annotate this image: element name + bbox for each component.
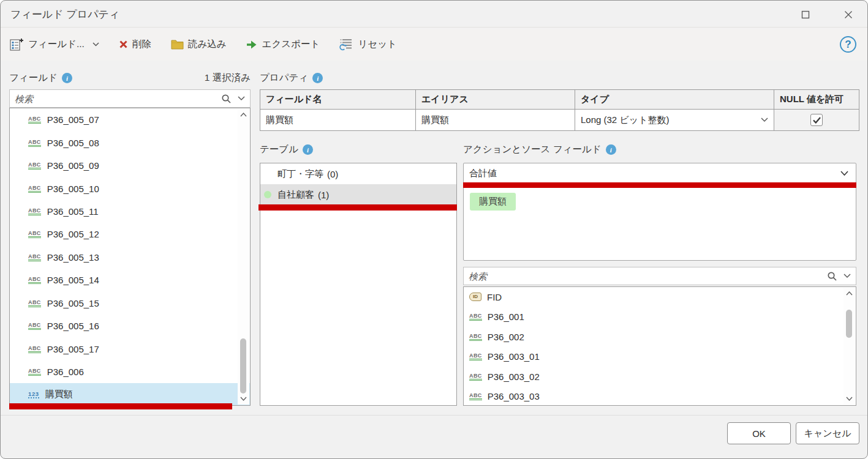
- field-list-item[interactable]: ABCP36_005_17: [10, 337, 250, 360]
- table-list-item[interactable]: 町丁・字等 (0): [260, 163, 456, 184]
- source-field-item[interactable]: ABCP36_003_02: [464, 367, 856, 387]
- scroll-down-icon[interactable]: [240, 397, 247, 401]
- maximize-button[interactable]: [792, 5, 819, 24]
- properties-panel-header: プロパティ i: [260, 72, 323, 84]
- scroll-up-icon[interactable]: [846, 291, 853, 296]
- chevron-down-icon: [840, 171, 848, 176]
- source-search-input[interactable]: [469, 271, 821, 282]
- selection-count: 1 選択済み: [205, 72, 251, 84]
- actions-info-icon[interactable]: i: [606, 144, 616, 155]
- text-field-icon: ABC: [28, 230, 41, 238]
- reset-button[interactable]: リセット: [339, 38, 396, 51]
- field-list-item[interactable]: ABCP36_005_07: [10, 108, 250, 131]
- fields-info-icon[interactable]: i: [62, 73, 72, 83]
- text-field-icon: ABC: [28, 299, 41, 307]
- source-fields-list: IDFID ABCP36_001 ABCP36_002 ABCP36_003_0…: [463, 286, 856, 406]
- field-name: P36_006: [47, 367, 84, 377]
- fields-search-box: [9, 89, 251, 108]
- action-selected-value: 合計値: [469, 168, 497, 179]
- source-field-item[interactable]: ABCP36_003_03: [464, 387, 856, 406]
- column-header-allow-null: NULL 値を許可: [774, 90, 859, 110]
- field-list-item[interactable]: ABCP36_005_12: [10, 223, 250, 245]
- export-label: エクスポート: [262, 38, 320, 51]
- column-header-type: タイプ: [575, 90, 774, 110]
- search-options-chevron-icon[interactable]: [843, 274, 851, 278]
- scroll-up-icon[interactable]: [240, 113, 247, 117]
- titlebar: フィールド プロパティ: [1, 1, 867, 28]
- source-field-item[interactable]: ABCP36_001: [464, 307, 856, 327]
- delete-field-button[interactable]: 削除: [119, 38, 151, 51]
- table-name: 町丁・字等: [277, 168, 323, 180]
- field-name: P36_005_11: [47, 206, 99, 217]
- add-field-label: フィールド...: [28, 38, 85, 51]
- column-header-alias: エイリアス: [416, 90, 575, 110]
- scrollbar-thumb[interactable]: [240, 338, 246, 394]
- footer-divider: [1, 415, 867, 416]
- import-button[interactable]: 読み込み: [171, 38, 227, 51]
- chevron-down-icon: [761, 118, 768, 122]
- column-header-field-name: フィールド名: [260, 90, 416, 110]
- delete-label: 削除: [132, 38, 151, 51]
- search-icon: [827, 271, 837, 282]
- ok-button[interactable]: OK: [727, 422, 791, 444]
- field-name: P36_001: [488, 312, 524, 322]
- toolbar: フィールド... 削除 読み込み エクスポート: [1, 28, 867, 61]
- text-field-icon: ABC: [469, 392, 482, 400]
- source-field-item[interactable]: ABCP36_002: [464, 327, 856, 347]
- number-field-icon: 123: [28, 390, 39, 398]
- field-list-item[interactable]: ABCP36_005_10: [10, 177, 250, 200]
- source-field-item[interactable]: ABCP36_003_01: [464, 347, 856, 367]
- field-list-item[interactable]: ABCP36_005_09: [10, 154, 250, 177]
- table-list-item-selected[interactable]: 自社顧客 (1): [260, 184, 456, 205]
- close-button[interactable]: [835, 5, 862, 24]
- field-list-item[interactable]: ABCP36_005_13: [10, 246, 250, 269]
- alias-cell[interactable]: 購買額: [416, 110, 575, 130]
- field-name: P36_005_08: [47, 138, 99, 148]
- actions-box: 合計値 購買額: [463, 163, 856, 261]
- actions-panel-title: アクションとソース フィールド: [463, 143, 602, 156]
- allow-null-checkbox[interactable]: [810, 114, 823, 126]
- fields-list-scrollbar[interactable]: [238, 109, 249, 405]
- field-list-item[interactable]: ABCP36_005_16: [10, 315, 250, 337]
- type-dropdown[interactable]: Long (32 ビット整数): [575, 110, 774, 130]
- tables-panel-title: テーブル: [260, 143, 298, 156]
- text-field-icon: ABC: [28, 116, 41, 124]
- tables-panel-header: テーブル i: [260, 143, 313, 156]
- field-list-item[interactable]: ABCP36_006: [10, 360, 250, 383]
- cancel-button[interactable]: キャンセル: [796, 422, 859, 444]
- scroll-down-icon[interactable]: [846, 397, 853, 401]
- actions-panel-header: アクションとソース フィールド i: [463, 143, 616, 156]
- close-icon: [844, 10, 853, 19]
- add-field-button[interactable]: フィールド...: [10, 38, 99, 51]
- text-field-icon: ABC: [28, 345, 41, 353]
- delete-x-icon: [119, 40, 128, 49]
- annotation-underline-selected-table: [259, 204, 457, 211]
- source-field-chip[interactable]: 購買額: [470, 193, 516, 211]
- help-button[interactable]: ?: [840, 36, 856, 53]
- action-dropdown[interactable]: 合計値: [464, 163, 856, 183]
- field-list-item[interactable]: ABCP36_005_08: [10, 131, 250, 154]
- scrollbar-thumb[interactable]: [846, 310, 852, 338]
- field-list-item-selected[interactable]: 123購買額: [10, 383, 250, 406]
- field-list-item[interactable]: ABCP36_005_14: [10, 269, 250, 291]
- text-field-icon: ABC: [469, 313, 482, 321]
- field-name: FID: [487, 292, 502, 302]
- field-name-cell[interactable]: 購買額: [260, 110, 416, 130]
- text-field-icon: ABC: [28, 276, 41, 284]
- check-icon: [813, 117, 821, 124]
- properties-info-icon[interactable]: i: [312, 73, 323, 83]
- source-list-scrollbar[interactable]: [843, 288, 855, 405]
- source-field-item[interactable]: IDFID: [464, 287, 856, 307]
- search-options-chevron-icon[interactable]: [238, 96, 245, 101]
- tables-list: 町丁・字等 (0) 自社顧客 (1): [260, 163, 457, 406]
- text-field-icon: ABC: [28, 162, 41, 170]
- search-icon: [221, 94, 232, 104]
- tables-info-icon[interactable]: i: [303, 144, 313, 155]
- reset-icon: [339, 38, 353, 51]
- fields-search-input[interactable]: [15, 94, 215, 104]
- text-field-icon: ABC: [28, 185, 41, 193]
- field-list-item[interactable]: ABCP36_005_15: [10, 292, 250, 315]
- export-button[interactable]: エクスポート: [246, 38, 320, 51]
- table-field-count: (1): [318, 190, 329, 200]
- field-list-item[interactable]: ABCP36_005_11: [10, 200, 250, 223]
